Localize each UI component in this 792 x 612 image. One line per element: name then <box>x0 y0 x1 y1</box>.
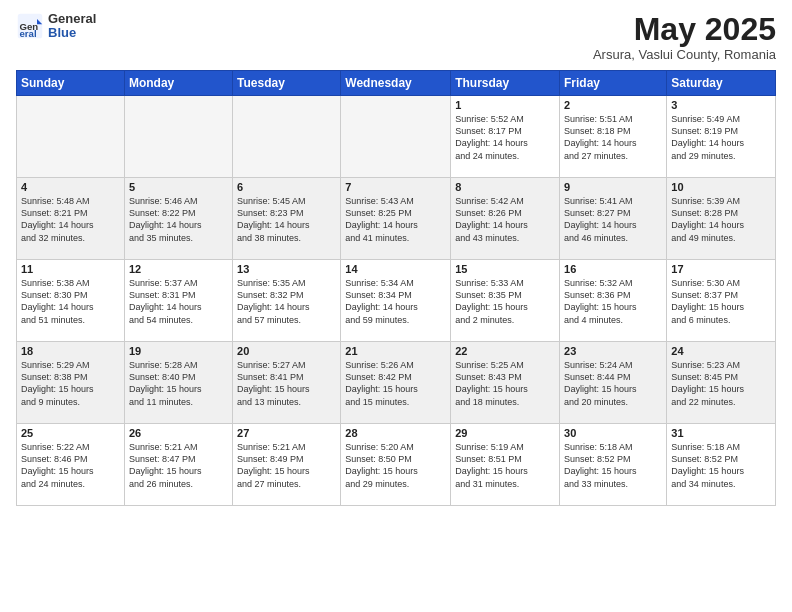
calendar-header-row: Sunday Monday Tuesday Wednesday Thursday… <box>17 71 776 96</box>
day-number: 8 <box>455 181 555 193</box>
day-info: Sunrise: 5:22 AM Sunset: 8:46 PM Dayligh… <box>21 441 120 490</box>
table-row: 31Sunrise: 5:18 AM Sunset: 8:52 PM Dayli… <box>667 424 776 506</box>
day-info: Sunrise: 5:49 AM Sunset: 8:19 PM Dayligh… <box>671 113 771 162</box>
day-number: 12 <box>129 263 228 275</box>
table-row: 20Sunrise: 5:27 AM Sunset: 8:41 PM Dayli… <box>233 342 341 424</box>
day-number: 26 <box>129 427 228 439</box>
svg-text:eral: eral <box>20 29 37 40</box>
page-header: Gen eral General Blue May 2025 Arsura, V… <box>16 12 776 62</box>
table-row: 21Sunrise: 5:26 AM Sunset: 8:42 PM Dayli… <box>341 342 451 424</box>
day-info: Sunrise: 5:18 AM Sunset: 8:52 PM Dayligh… <box>671 441 771 490</box>
header-sunday: Sunday <box>17 71 125 96</box>
day-number: 28 <box>345 427 446 439</box>
day-number: 18 <box>21 345 120 357</box>
day-info: Sunrise: 5:20 AM Sunset: 8:50 PM Dayligh… <box>345 441 446 490</box>
day-number: 31 <box>671 427 771 439</box>
calendar-week-row: 4Sunrise: 5:48 AM Sunset: 8:21 PM Daylig… <box>17 178 776 260</box>
table-row: 30Sunrise: 5:18 AM Sunset: 8:52 PM Dayli… <box>560 424 667 506</box>
day-info: Sunrise: 5:26 AM Sunset: 8:42 PM Dayligh… <box>345 359 446 408</box>
table-row: 8Sunrise: 5:42 AM Sunset: 8:26 PM Daylig… <box>451 178 560 260</box>
table-row: 4Sunrise: 5:48 AM Sunset: 8:21 PM Daylig… <box>17 178 125 260</box>
table-row: 14Sunrise: 5:34 AM Sunset: 8:34 PM Dayli… <box>341 260 451 342</box>
table-row <box>341 96 451 178</box>
day-number: 14 <box>345 263 446 275</box>
day-info: Sunrise: 5:51 AM Sunset: 8:18 PM Dayligh… <box>564 113 662 162</box>
day-info: Sunrise: 5:25 AM Sunset: 8:43 PM Dayligh… <box>455 359 555 408</box>
day-number: 19 <box>129 345 228 357</box>
table-row: 26Sunrise: 5:21 AM Sunset: 8:47 PM Dayli… <box>124 424 232 506</box>
table-row: 6Sunrise: 5:45 AM Sunset: 8:23 PM Daylig… <box>233 178 341 260</box>
table-row <box>124 96 232 178</box>
table-row: 29Sunrise: 5:19 AM Sunset: 8:51 PM Dayli… <box>451 424 560 506</box>
logo: Gen eral General Blue <box>16 12 96 41</box>
table-row: 19Sunrise: 5:28 AM Sunset: 8:40 PM Dayli… <box>124 342 232 424</box>
day-info: Sunrise: 5:19 AM Sunset: 8:51 PM Dayligh… <box>455 441 555 490</box>
day-number: 1 <box>455 99 555 111</box>
table-row: 28Sunrise: 5:20 AM Sunset: 8:50 PM Dayli… <box>341 424 451 506</box>
day-info: Sunrise: 5:48 AM Sunset: 8:21 PM Dayligh… <box>21 195 120 244</box>
table-row: 10Sunrise: 5:39 AM Sunset: 8:28 PM Dayli… <box>667 178 776 260</box>
table-row: 17Sunrise: 5:30 AM Sunset: 8:37 PM Dayli… <box>667 260 776 342</box>
day-info: Sunrise: 5:24 AM Sunset: 8:44 PM Dayligh… <box>564 359 662 408</box>
table-row: 11Sunrise: 5:38 AM Sunset: 8:30 PM Dayli… <box>17 260 125 342</box>
table-row: 22Sunrise: 5:25 AM Sunset: 8:43 PM Dayli… <box>451 342 560 424</box>
table-row: 5Sunrise: 5:46 AM Sunset: 8:22 PM Daylig… <box>124 178 232 260</box>
day-info: Sunrise: 5:18 AM Sunset: 8:52 PM Dayligh… <box>564 441 662 490</box>
table-row: 9Sunrise: 5:41 AM Sunset: 8:27 PM Daylig… <box>560 178 667 260</box>
calendar-week-row: 25Sunrise: 5:22 AM Sunset: 8:46 PM Dayli… <box>17 424 776 506</box>
logo-text: General Blue <box>48 12 96 41</box>
day-number: 22 <box>455 345 555 357</box>
day-info: Sunrise: 5:21 AM Sunset: 8:49 PM Dayligh… <box>237 441 336 490</box>
day-number: 17 <box>671 263 771 275</box>
header-friday: Friday <box>560 71 667 96</box>
day-info: Sunrise: 5:46 AM Sunset: 8:22 PM Dayligh… <box>129 195 228 244</box>
day-info: Sunrise: 5:29 AM Sunset: 8:38 PM Dayligh… <box>21 359 120 408</box>
day-info: Sunrise: 5:28 AM Sunset: 8:40 PM Dayligh… <box>129 359 228 408</box>
calendar-week-row: 18Sunrise: 5:29 AM Sunset: 8:38 PM Dayli… <box>17 342 776 424</box>
day-info: Sunrise: 5:37 AM Sunset: 8:31 PM Dayligh… <box>129 277 228 326</box>
day-number: 7 <box>345 181 446 193</box>
logo-icon: Gen eral <box>16 12 44 40</box>
day-number: 21 <box>345 345 446 357</box>
day-info: Sunrise: 5:43 AM Sunset: 8:25 PM Dayligh… <box>345 195 446 244</box>
day-info: Sunrise: 5:27 AM Sunset: 8:41 PM Dayligh… <box>237 359 336 408</box>
day-number: 30 <box>564 427 662 439</box>
day-number: 5 <box>129 181 228 193</box>
location-subtitle: Arsura, Vaslui County, Romania <box>593 47 776 62</box>
calendar-week-row: 11Sunrise: 5:38 AM Sunset: 8:30 PM Dayli… <box>17 260 776 342</box>
day-info: Sunrise: 5:38 AM Sunset: 8:30 PM Dayligh… <box>21 277 120 326</box>
day-info: Sunrise: 5:30 AM Sunset: 8:37 PM Dayligh… <box>671 277 771 326</box>
table-row: 16Sunrise: 5:32 AM Sunset: 8:36 PM Dayli… <box>560 260 667 342</box>
table-row: 7Sunrise: 5:43 AM Sunset: 8:25 PM Daylig… <box>341 178 451 260</box>
day-number: 9 <box>564 181 662 193</box>
day-info: Sunrise: 5:45 AM Sunset: 8:23 PM Dayligh… <box>237 195 336 244</box>
table-row: 24Sunrise: 5:23 AM Sunset: 8:45 PM Dayli… <box>667 342 776 424</box>
table-row: 23Sunrise: 5:24 AM Sunset: 8:44 PM Dayli… <box>560 342 667 424</box>
logo-blue-text: Blue <box>48 26 96 40</box>
header-thursday: Thursday <box>451 71 560 96</box>
day-info: Sunrise: 5:35 AM Sunset: 8:32 PM Dayligh… <box>237 277 336 326</box>
table-row: 25Sunrise: 5:22 AM Sunset: 8:46 PM Dayli… <box>17 424 125 506</box>
day-info: Sunrise: 5:32 AM Sunset: 8:36 PM Dayligh… <box>564 277 662 326</box>
table-row <box>233 96 341 178</box>
page-container: Gen eral General Blue May 2025 Arsura, V… <box>0 0 792 514</box>
calendar-week-row: 1Sunrise: 5:52 AM Sunset: 8:17 PM Daylig… <box>17 96 776 178</box>
day-number: 4 <box>21 181 120 193</box>
day-number: 27 <box>237 427 336 439</box>
day-number: 25 <box>21 427 120 439</box>
day-number: 2 <box>564 99 662 111</box>
table-row: 13Sunrise: 5:35 AM Sunset: 8:32 PM Dayli… <box>233 260 341 342</box>
day-info: Sunrise: 5:42 AM Sunset: 8:26 PM Dayligh… <box>455 195 555 244</box>
day-number: 16 <box>564 263 662 275</box>
table-row: 12Sunrise: 5:37 AM Sunset: 8:31 PM Dayli… <box>124 260 232 342</box>
day-number: 23 <box>564 345 662 357</box>
table-row: 2Sunrise: 5:51 AM Sunset: 8:18 PM Daylig… <box>560 96 667 178</box>
day-info: Sunrise: 5:39 AM Sunset: 8:28 PM Dayligh… <box>671 195 771 244</box>
table-row: 1Sunrise: 5:52 AM Sunset: 8:17 PM Daylig… <box>451 96 560 178</box>
table-row <box>17 96 125 178</box>
day-number: 3 <box>671 99 771 111</box>
day-number: 13 <box>237 263 336 275</box>
day-number: 10 <box>671 181 771 193</box>
table-row: 18Sunrise: 5:29 AM Sunset: 8:38 PM Dayli… <box>17 342 125 424</box>
day-info: Sunrise: 5:34 AM Sunset: 8:34 PM Dayligh… <box>345 277 446 326</box>
